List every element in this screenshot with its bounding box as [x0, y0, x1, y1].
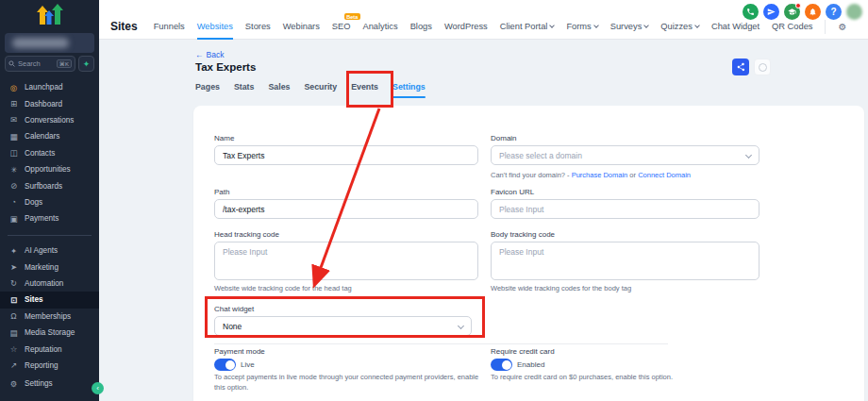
- sidebar-item-calendars[interactable]: ▦Calendars: [0, 128, 99, 144]
- sidebar-item-launchpad[interactable]: ◎Launchpad: [0, 79, 99, 95]
- domain-helper: Can't find your domain? - Purchase Domai…: [491, 171, 691, 179]
- nav-tab-wordpress[interactable]: WordPress: [444, 22, 488, 31]
- ai-assistant-button[interactable]: ✦: [78, 56, 94, 72]
- favicon-url-input[interactable]: [491, 199, 760, 219]
- chevron-down-icon: [593, 23, 599, 28]
- sidebar-item-label: Contacts: [25, 149, 55, 158]
- payment-mode-toggle[interactable]: [214, 359, 236, 371]
- sidebar-item-label: Memberships: [25, 312, 71, 321]
- nav-tab-quizzes[interactable]: Quizzes: [660, 22, 699, 31]
- nav-tab-chat-widget[interactable]: Chat Widget: [711, 22, 760, 31]
- nav-tab-surveys[interactable]: Surveys: [610, 22, 649, 31]
- launchpad-icon: ◎: [8, 83, 19, 92]
- nav-tab-qr-codes[interactable]: QR Codes: [772, 22, 812, 31]
- chevron-down-icon: [643, 23, 649, 28]
- main-content: ←Back Tax Experts Pages Stats Sales Secu…: [99, 40, 868, 401]
- page-help-button[interactable]: [754, 58, 771, 75]
- sidebar: Search ⌘K ✦ ◎Launchpad ⊞Dashboard ✉Conve…: [0, 0, 99, 401]
- nav-tab-forms[interactable]: Forms: [566, 22, 597, 31]
- reporting-icon: ↗: [8, 360, 19, 370]
- gear-icon: ⚙: [8, 379, 19, 389]
- back-link[interactable]: ←Back: [195, 50, 224, 59]
- calendar-icon: ▦: [8, 132, 19, 142]
- sidebar-item-dogs[interactable]: ◔Dogs: [0, 194, 99, 210]
- require-credit-card-helper: To require credit card on $0 purchases, …: [491, 373, 760, 381]
- domain-select[interactable]: Please select a domain: [491, 145, 760, 165]
- launch-button[interactable]: [763, 4, 779, 20]
- chevron-down-icon: [550, 23, 556, 28]
- notifications-button[interactable]: [805, 4, 821, 20]
- sidebar-divider: [8, 235, 92, 236]
- path-input[interactable]: [214, 199, 478, 219]
- purchase-domain-link[interactable]: Purchase Domain: [572, 171, 628, 179]
- chevron-down-icon: [458, 323, 464, 329]
- connect-domain-link[interactable]: Connect Domain: [638, 171, 691, 179]
- body-tracking-helper: Website wide tracking codes for the body…: [491, 284, 631, 292]
- share-button[interactable]: [732, 58, 749, 75]
- site-settings-gear-icon[interactable]: ⚙: [838, 22, 846, 32]
- sidebar-item-label: Dogs: [25, 198, 42, 207]
- tab-stats[interactable]: Stats: [234, 82, 255, 98]
- tab-events[interactable]: Events: [351, 82, 378, 98]
- sidebar-item-opportunities[interactable]: ✳Opportunities: [0, 161, 99, 177]
- tab-pages[interactable]: Pages: [195, 82, 220, 98]
- path-label: Path: [214, 188, 229, 196]
- search-input[interactable]: Search ⌘K: [5, 56, 75, 72]
- sidebar-item-media-storage[interactable]: ▤Media Storage: [0, 325, 99, 341]
- head-tracking-label: Head tracking code: [214, 230, 279, 239]
- favicon-url-label: Favicon URL: [491, 188, 534, 196]
- sidebar-item-label: AI Agents: [25, 246, 58, 255]
- academy-button[interactable]: [784, 4, 800, 20]
- phone-dialer-button[interactable]: [743, 4, 759, 20]
- nav-tab-analytics[interactable]: Analytics: [362, 22, 397, 31]
- body-tracking-textarea[interactable]: [491, 242, 760, 280]
- info-circle-icon: [759, 63, 767, 72]
- chevron-down-icon: [694, 23, 700, 28]
- tab-sales[interactable]: Sales: [268, 82, 290, 98]
- sidebar-item-automation[interactable]: ↻Automation: [0, 276, 99, 292]
- chat-widget-select[interactable]: None: [214, 316, 472, 336]
- sidebar-item-marketing[interactable]: ➤Marketing: [0, 259, 99, 275]
- nav-tab-stores[interactable]: Stores: [245, 22, 271, 31]
- sidebar-item-sites[interactable]: ⊡Sites: [0, 292, 99, 308]
- nav-tab-funnels[interactable]: Funnels: [154, 22, 185, 31]
- head-tracking-textarea[interactable]: [214, 242, 478, 280]
- sidebar-item-ai-agents[interactable]: ✦AI Agents: [0, 242, 99, 259]
- sidebar-item-conversations[interactable]: ✉Conversations: [0, 112, 99, 128]
- payment-mode-label: Payment mode: [214, 347, 265, 356]
- sidebar-item-label: Opportunities: [25, 165, 71, 174]
- domain-placeholder: Please select a domain: [499, 151, 582, 160]
- sidebar-item-contacts[interactable]: ◫Contacts: [0, 145, 99, 161]
- sidebar-item-reporting[interactable]: ↗Reporting: [0, 358, 99, 374]
- sidebar-item-memberships[interactable]: ΩMemberships: [0, 309, 99, 325]
- sidebar-item-dashboard[interactable]: ⊞Dashboard: [0, 95, 99, 111]
- sidebar-item-payments[interactable]: ▣Payments: [0, 210, 99, 226]
- nav-tab-seo[interactable]: SEOBeta: [332, 22, 351, 31]
- phone-icon: [746, 8, 755, 16]
- sidebar-item-label: Surfboards: [25, 182, 62, 191]
- dashboard-icon: ⊞: [8, 99, 19, 109]
- require-credit-card-toggle[interactable]: [491, 359, 512, 371]
- graduation-cap-icon: [788, 8, 796, 16]
- tab-settings[interactable]: Settings: [392, 82, 426, 98]
- name-input[interactable]: [214, 145, 478, 165]
- nav-tab-websites[interactable]: Websites: [197, 22, 233, 31]
- chat-widget-value: None: [223, 322, 242, 331]
- sidebar-item-reputation[interactable]: ☆Reputation: [0, 341, 99, 357]
- sidebar-item-settings[interactable]: ⚙Settings: [0, 376, 99, 392]
- user-avatar[interactable]: [846, 4, 862, 20]
- tab-security[interactable]: Security: [304, 82, 337, 98]
- nav-tab-webinars[interactable]: Webinars: [283, 22, 320, 31]
- sidebar-item-surfboards[interactable]: ⊘Surfboards: [0, 177, 99, 193]
- chevron-down-icon: [745, 152, 752, 159]
- help-button[interactable]: ?: [826, 4, 842, 20]
- nav-tab-client-portal[interactable]: Client Portal: [500, 22, 555, 31]
- question-mark-icon: ?: [830, 7, 836, 17]
- app-window: Search ⌘K ✦ ◎Launchpad ⊞Dashboard ✉Conve…: [0, 0, 868, 401]
- payment-mode-state: Live: [241, 360, 255, 369]
- share-icon: [736, 62, 745, 72]
- nav-tab-blogs[interactable]: Blogs: [410, 22, 432, 31]
- sidebar-item-label: Automation: [25, 279, 63, 288]
- account-switcher[interactable]: [5, 33, 94, 53]
- sidebar-collapse-button[interactable]: ‹: [92, 382, 104, 394]
